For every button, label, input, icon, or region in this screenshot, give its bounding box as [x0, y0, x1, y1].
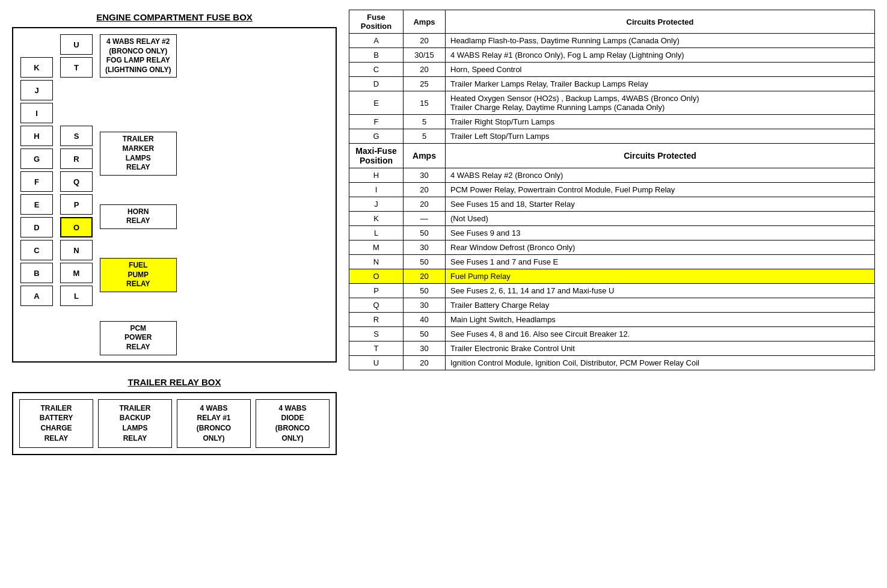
fuse-empty-top: [20, 34, 53, 55]
cell-position: C: [349, 63, 404, 77]
right-panel: FusePosition Amps Circuits Protected A 2…: [343, 6, 881, 582]
cell-amps: 50: [404, 284, 446, 298]
fuse-I: I: [20, 103, 53, 123]
cell-position: N: [349, 255, 404, 269]
cell-circuit: See Fuses 1 and 7 and Fuse E: [446, 255, 875, 269]
fuse-empty-1: [60, 80, 93, 100]
fuse-right-col: U T S R Q P O N M L: [60, 34, 93, 306]
table-row: D 25 Trailer Marker Lamps Relay, Trailer…: [349, 77, 875, 91]
cell-circuit: See Fuses 15 and 18, Starter Relay: [446, 197, 875, 212]
table-row: Q 30 Trailer Battery Charge Relay: [349, 298, 875, 313]
table-row: T 30 Trailer Electronic Brake Control Un…: [349, 341, 875, 356]
fuse-D: D: [20, 217, 53, 237]
fuse-Q: Q: [60, 171, 93, 192]
trailer-4wabs-relay1: 4 WABSRELAY #1(BRONCOONLY): [177, 399, 251, 448]
fuse-O: O: [60, 217, 93, 237]
cell-position: G: [349, 129, 404, 144]
cell-position: O: [349, 269, 404, 284]
cell-position: S: [349, 327, 404, 341]
cell-position: H: [349, 168, 404, 183]
cell-circuit: Heated Oxygen Sensor (HO2s) , Backup Lam…: [446, 91, 875, 115]
cell-circuit: Trailer Left Stop/Turn Lamps: [446, 129, 875, 144]
cell-circuit: Headlamp Flash-to-Pass, Daytime Running …: [446, 34, 875, 48]
cell-circuit: Rear Window Defrost (Bronco Only): [446, 240, 875, 255]
cell-position: J: [349, 197, 404, 212]
fuse-G: G: [20, 149, 53, 169]
table-row: O 20 Fuel Pump Relay: [349, 269, 875, 284]
cell-amps: 30/15: [404, 48, 446, 63]
table-row: F 5 Trailer Right Stop/Turn Lamps: [349, 115, 875, 129]
cell-position: Q: [349, 298, 404, 313]
trailer-backup-lamps: TRAILERBACKUPLAMPSRELAY: [98, 399, 172, 448]
relay-trailer-marker: TRAILERMARKERLAMPSRELAY: [100, 132, 177, 175]
relay-labels: 4 WABS RELAY #2(BRONCO ONLY)FOG LAMP REL…: [100, 34, 177, 355]
cell-amps: 50: [404, 327, 446, 341]
fuse-A: A: [20, 286, 53, 306]
cell-amps: 20: [404, 356, 446, 370]
trailer-battery-charge: TRAILERBATTERYCHARGERELAY: [19, 399, 93, 448]
cell-position: E: [349, 91, 404, 115]
table-row: B 30/15 4 WABS Relay #1 (Bronco Only), F…: [349, 48, 875, 63]
fuse-N: N: [60, 240, 93, 260]
cell-amps: 30: [404, 298, 446, 313]
cell-amps: 20: [404, 34, 446, 48]
table-row: K — (Not Used): [349, 212, 875, 226]
table-row: P 50 See Fuses 2, 6, 11, 14 and 17 and M…: [349, 284, 875, 298]
cell-position: K: [349, 212, 404, 226]
cell-position: A: [349, 34, 404, 48]
trailer-relay-box: TRAILERBATTERYCHARGERELAY TRAILERBACKUPL…: [12, 392, 337, 455]
cell-amps: 30: [404, 341, 446, 356]
cell-position: L: [349, 226, 404, 240]
fuse-R: R: [60, 149, 93, 169]
cell-amps: 30: [404, 240, 446, 255]
trailer-title: TRAILER RELAY BOX: [12, 377, 337, 387]
fuse-P: P: [60, 194, 93, 215]
cell-amps: 30: [404, 168, 446, 183]
fuse-E: E: [20, 194, 53, 215]
trailer-4wabs-diode: 4 WABSDIODE(BRONCOONLY): [256, 399, 330, 448]
table-row: C 20 Horn, Speed Control: [349, 63, 875, 77]
cell-circuit: Trailer Battery Charge Relay: [446, 298, 875, 313]
cell-amps: 15: [404, 91, 446, 115]
cell-amps: 5: [404, 129, 446, 144]
cell-amps: 40: [404, 313, 446, 327]
header-circuits: Circuits Protected: [446, 10, 875, 34]
cell-circuit: Fuel Pump Relay: [446, 269, 875, 284]
maxi-fuse-position-header: Maxi-FusePosition: [349, 144, 404, 168]
cell-amps: 5: [404, 115, 446, 129]
cell-circuit: See Fuses 9 and 13: [446, 226, 875, 240]
cell-circuit: PCM Power Relay, Powertrain Control Modu…: [446, 183, 875, 197]
table-row: G 5 Trailer Left Stop/Turn Lamps: [349, 129, 875, 144]
fuse-J: J: [20, 80, 53, 100]
fuse-left-col: K J I H G F E D C B A: [20, 34, 53, 306]
cell-position: R: [349, 313, 404, 327]
cell-position: U: [349, 356, 404, 370]
table-row: I 20 PCM Power Relay, Powertrain Control…: [349, 183, 875, 197]
relay-pcm-power: PCMPOWERRELAY: [100, 321, 177, 355]
cell-position: M: [349, 240, 404, 255]
fuse-S: S: [60, 126, 93, 146]
header-amps: Amps: [404, 10, 446, 34]
relay-horn: HORNRELAY: [100, 204, 177, 229]
cell-circuit: 4 WABS Relay #1 (Bronco Only), Fog L amp…: [446, 48, 875, 63]
cell-circuit: (Not Used): [446, 212, 875, 226]
table-row: N 50 See Fuses 1 and 7 and Fuse E: [349, 255, 875, 269]
table-row: M 30 Rear Window Defrost (Bronco Only): [349, 240, 875, 255]
fuse-B: B: [20, 263, 53, 283]
fuse-empty-2: [60, 103, 93, 123]
engine-fuse-box: K J I H G F E D C B A U T S R Q P: [12, 27, 337, 363]
cell-circuit: Main Light Switch, Headlamps: [446, 313, 875, 327]
fuse-table: FusePosition Amps Circuits Protected A 2…: [349, 10, 875, 370]
fuse-U: U: [60, 34, 93, 55]
cell-circuit: Trailer Electronic Brake Control Unit: [446, 341, 875, 356]
table-row: U 20 Ignition Control Module, Ignition C…: [349, 356, 875, 370]
trailer-grid: TRAILERBATTERYCHARGERELAY TRAILERBACKUPL…: [19, 399, 330, 448]
cell-circuit: See Fuses 4, 8 and 16. Also see Circuit …: [446, 327, 875, 341]
left-panel: ENGINE COMPARTMENT FUSE BOX K J I H G F …: [6, 6, 343, 582]
maxi-fuse-amps-header: Amps: [404, 144, 446, 168]
cell-position: B: [349, 48, 404, 63]
table-row: A 20 Headlamp Flash-to-Pass, Daytime Run…: [349, 34, 875, 48]
cell-amps: 50: [404, 255, 446, 269]
cell-amps: 20: [404, 269, 446, 284]
table-row: S 50 See Fuses 4, 8 and 16. Also see Cir…: [349, 327, 875, 341]
